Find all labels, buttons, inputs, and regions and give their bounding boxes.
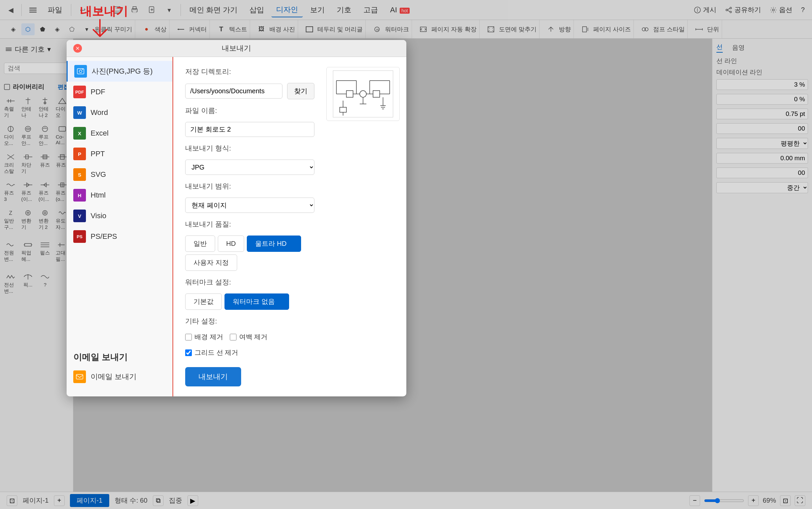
dialog-body: 사진(PNG,JPG 등) PDF PDF W Word X Excel: [67, 57, 406, 397]
filename-row: 파일 이름:: [185, 106, 314, 115]
format-select[interactable]: JPG PNG BMP TIFF: [185, 160, 314, 175]
excel-format-label: Excel: [91, 129, 109, 138]
email-send-label: 이메일 보내기: [91, 372, 137, 382]
svg-point-87: [82, 69, 83, 70]
margin-remove-check-row: 여백 제거: [230, 333, 268, 341]
quality-custom-btn[interactable]: 사용자 지정: [185, 254, 237, 271]
quality-toggle-group: 일반 HD 울트라 HD ▾ 사용자 지정: [185, 236, 314, 271]
other-settings-label: 기타 설정:: [185, 316, 225, 326]
svg-format-label: SVG: [91, 170, 106, 179]
format-pdf[interactable]: PDF PDF: [67, 81, 173, 102]
checkboxes-row: 배경 제거 여백 제거 그리드 선 제거: [185, 333, 314, 357]
svg-icon: S: [73, 168, 86, 181]
visio-format-label: Visio: [91, 211, 106, 220]
range-row: 내보내기 범위:: [185, 181, 314, 191]
format-svg[interactable]: S SVG: [67, 164, 173, 185]
circuit-preview: [326, 67, 400, 121]
quality-label: 내보내기 품질:: [185, 219, 231, 229]
email-send-item[interactable]: 이메일 보내기: [73, 368, 166, 386]
format-ppt[interactable]: P PPT: [67, 143, 173, 164]
quality-normal-btn[interactable]: 일반: [185, 236, 215, 252]
export-format-label: 내보내기 형식:: [185, 143, 231, 153]
export-submit-btn[interactable]: 내보내기: [185, 367, 241, 386]
margin-remove-checkbox[interactable]: [230, 334, 237, 340]
watermark-toggle-group: 기본값 워터마크 없음 ▾: [185, 294, 289, 310]
format-html[interactable]: H Html: [67, 185, 173, 206]
bg-remove-label[interactable]: 배경 제거: [195, 333, 223, 341]
quality-ultrahd-btn[interactable]: 울트라 HD ▾: [247, 236, 301, 252]
quality-row: 내보내기 품질:: [185, 219, 314, 229]
ps-icon: PS: [73, 230, 86, 243]
watermark-default-btn[interactable]: 기본값: [185, 294, 222, 310]
circuit-svg: [330, 67, 396, 121]
filename-input[interactable]: [185, 122, 314, 137]
grid-remove-checkbox[interactable]: [185, 349, 192, 356]
photo-format-label: 사진(PNG,JPG 등): [92, 66, 152, 76]
grid-remove-check-row: 그리드 선 제거: [185, 348, 238, 357]
save-dir-input-row: 찾기: [185, 83, 314, 99]
svg-rect-88: [76, 374, 83, 379]
email-icon: [73, 370, 86, 383]
ppt-format-label: PPT: [91, 149, 105, 158]
photo-icon: [74, 65, 87, 78]
save-dir-row: 저장 디렉토리:: [185, 67, 314, 76]
format-excel[interactable]: X Excel: [67, 123, 173, 143]
email-section-title: 이메일 보내기: [73, 351, 166, 363]
dropdown-icon: ▾: [290, 240, 293, 247]
format-word[interactable]: W Word: [67, 102, 173, 123]
grid-remove-label[interactable]: 그리드 선 제거: [195, 348, 238, 357]
save-dir-label: 저장 디렉토리:: [185, 67, 231, 76]
export-settings-panel: 저장 디렉토리: 찾기 파일 이름: 내보내기 형식: JPG PNG: [173, 57, 326, 397]
save-dir-input[interactable]: [185, 83, 282, 99]
excel-icon: X: [73, 127, 86, 140]
quality-hd-btn[interactable]: HD: [218, 236, 244, 252]
range-select-row: 현재 페이지 전체 페이지 선택 영역: [185, 198, 314, 213]
browse-btn[interactable]: 찾기: [287, 83, 314, 99]
watermark-dropdown-icon: ▾: [278, 299, 281, 305]
watermark-toggle-row: 기본값 워터마크 없음 ▾: [185, 294, 314, 310]
format-row: 내보내기 형식:: [185, 143, 314, 153]
bg-remove-check-row: 배경 제거: [185, 333, 223, 341]
html-icon: H: [73, 189, 86, 202]
dialog-titlebar: 내보내기: [67, 40, 406, 57]
dialog-title: 내보내기: [222, 43, 251, 53]
word-format-label: Word: [91, 108, 108, 117]
svg-point-86: [79, 70, 82, 73]
quality-toggle-row: 일반 HD 울트라 HD ▾ 사용자 지정: [185, 236, 314, 271]
export-format-panel: 사진(PNG,JPG 등) PDF PDF W Word X Excel: [67, 57, 173, 397]
html-format-label: Html: [91, 191, 106, 200]
bg-remove-checkbox[interactable]: [185, 334, 192, 340]
range-select[interactable]: 현재 페이지 전체 페이지 선택 영역: [185, 198, 314, 213]
watermark-none-btn[interactable]: 워터마크 없음 ▾: [224, 294, 289, 310]
format-photo[interactable]: 사진(PNG,JPG 등): [67, 61, 173, 81]
email-section: 이메일 보내기 이메일 보내기: [67, 345, 173, 393]
export-dialog: 내보내기 사진(PNG,JPG 등) PDF PDF W Word: [67, 40, 406, 397]
pdf-format-label: PDF: [91, 88, 105, 96]
range-label: 내보내기 범위:: [185, 181, 231, 191]
format-visio[interactable]: V Visio: [67, 206, 173, 226]
filename-input-row: [185, 122, 314, 137]
ps-format-label: PS/EPS: [91, 232, 117, 241]
watermark-label: 워터마크 설정:: [185, 277, 231, 287]
word-icon: W: [73, 106, 86, 119]
pdf-icon: PDF: [73, 86, 86, 98]
format-select-row: JPG PNG BMP TIFF: [185, 160, 314, 175]
visio-icon: V: [73, 209, 86, 222]
margin-remove-label[interactable]: 여백 제거: [239, 333, 268, 341]
ppt-icon: P: [73, 147, 86, 160]
other-settings-row: 기타 설정:: [185, 316, 314, 326]
dialog-close-btn[interactable]: [73, 44, 82, 53]
filename-label: 파일 이름:: [185, 106, 225, 115]
format-pseps[interactable]: PS PS/EPS: [67, 226, 173, 247]
watermark-row: 워터마크 설정:: [185, 277, 314, 287]
